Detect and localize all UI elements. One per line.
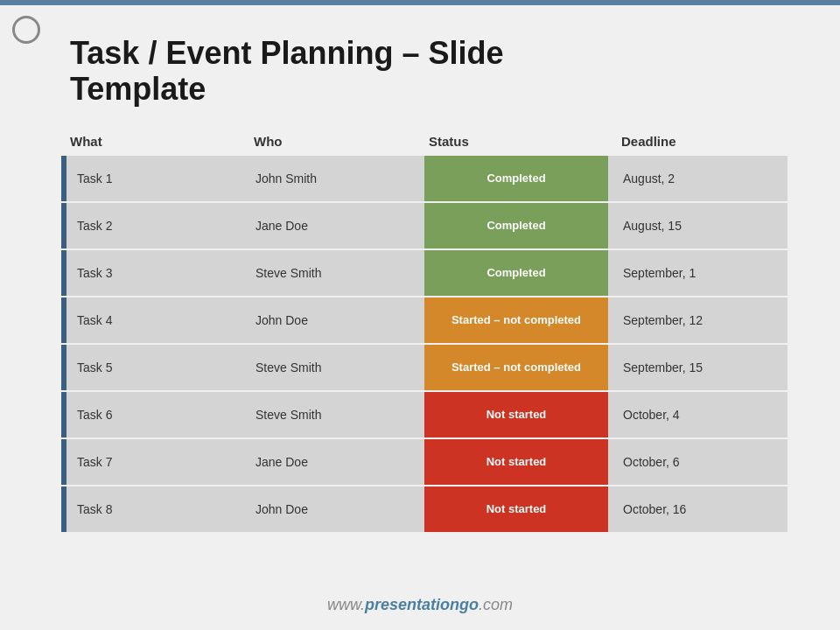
table-body: Task 1 John Smith Completed August, 2 Ta… xyxy=(61,156,788,532)
cell-what: Task 7 xyxy=(61,455,245,469)
slide-container: Task / Event Planning – Slide Template W… xyxy=(0,0,840,630)
cell-deadline: October, 4 xyxy=(612,408,788,422)
cell-deadline: September, 12 xyxy=(612,313,788,327)
cell-status: Completed xyxy=(420,250,612,296)
col-who: Who xyxy=(245,134,420,149)
top-decorative-line xyxy=(0,0,840,5)
table-row: Task 4 John Doe Started – not completed … xyxy=(61,298,788,343)
status-badge: Not started xyxy=(424,486,608,532)
cell-status: Completed xyxy=(420,203,612,248)
col-status: Status xyxy=(420,134,612,149)
status-badge: Completed xyxy=(424,250,608,296)
cell-what: Task 8 xyxy=(61,502,245,516)
status-badge: Started – not completed xyxy=(424,298,608,343)
cell-who: Steve Smith xyxy=(245,266,420,280)
cell-what: Task 2 xyxy=(61,219,245,233)
cell-who: Steve Smith xyxy=(245,360,420,374)
cell-what: Task 4 xyxy=(61,313,245,327)
cell-who: Jane Doe xyxy=(245,219,420,233)
cell-deadline: August, 2 xyxy=(612,172,788,186)
table-header: What Who Status Deadline xyxy=(61,134,788,156)
cell-who: John Doe xyxy=(245,502,420,516)
cell-who: Steve Smith xyxy=(245,408,420,422)
table-section: What Who Status Deadline Task 1 John Smi… xyxy=(61,134,788,612)
table-row: Task 7 Jane Doe Not started October, 6 xyxy=(61,439,788,485)
cell-what: Task 5 xyxy=(61,360,245,374)
title-section: Task / Event Planning – Slide Template xyxy=(70,35,788,108)
cell-who: John Smith xyxy=(245,172,420,186)
table-row: Task 2 Jane Doe Completed August, 15 xyxy=(61,203,788,248)
status-badge: Started – not completed xyxy=(424,345,608,390)
cell-deadline: August, 15 xyxy=(612,219,788,233)
cell-status: Started – not completed xyxy=(420,345,612,390)
cell-status: Started – not completed xyxy=(420,298,612,343)
table-row: Task 1 John Smith Completed August, 2 xyxy=(61,156,788,201)
status-badge: Completed xyxy=(424,203,608,248)
cell-status: Completed xyxy=(420,156,612,201)
cell-status: Not started xyxy=(420,439,612,485)
col-deadline: Deadline xyxy=(612,134,788,149)
status-badge: Completed xyxy=(424,156,608,201)
col-what: What xyxy=(61,134,245,149)
status-badge: Not started xyxy=(424,392,608,438)
cell-who: John Doe xyxy=(245,313,420,327)
decorative-circle xyxy=(12,16,40,44)
cell-deadline: October, 6 xyxy=(612,455,788,469)
cell-what: Task 3 xyxy=(61,266,245,280)
cell-status: Not started xyxy=(420,486,612,532)
footer: www.presentationgo.com xyxy=(0,596,840,614)
cell-what: Task 6 xyxy=(61,408,245,422)
cell-deadline: September, 15 xyxy=(612,360,788,374)
cell-who: Jane Doe xyxy=(245,455,420,469)
cell-deadline: October, 16 xyxy=(612,502,788,516)
cell-what: Task 1 xyxy=(61,172,245,186)
table-row: Task 5 Steve Smith Started – not complet… xyxy=(61,345,788,390)
table-row: Task 3 Steve Smith Completed September, … xyxy=(61,250,788,296)
cell-deadline: September, 1 xyxy=(612,266,788,280)
status-badge: Not started xyxy=(424,439,608,485)
slide-title: Task / Event Planning – Slide Template xyxy=(70,35,788,108)
table-row: Task 8 John Doe Not started October, 16 xyxy=(61,486,788,532)
table-row: Task 6 Steve Smith Not started October, … xyxy=(61,392,788,438)
cell-status: Not started xyxy=(420,392,612,438)
